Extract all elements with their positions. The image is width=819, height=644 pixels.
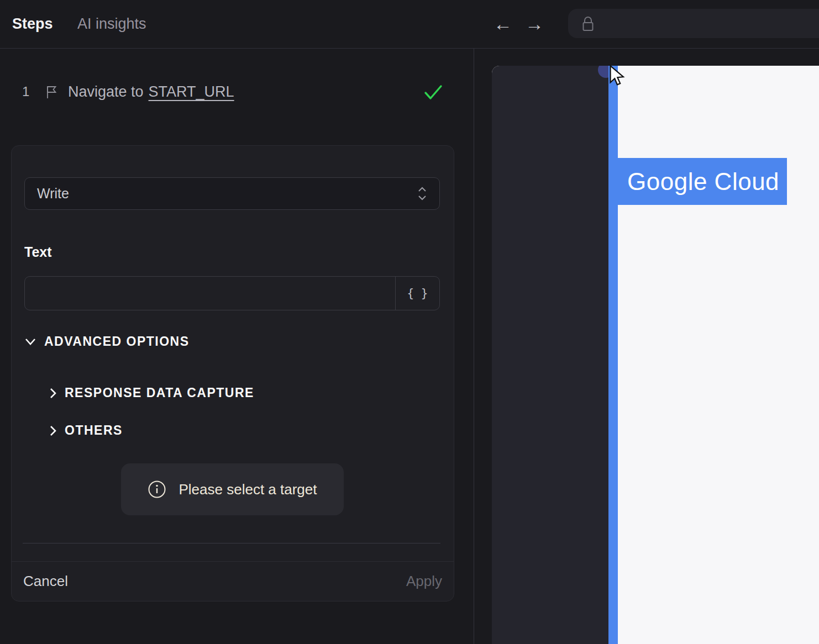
card-divider [23,543,440,543]
text-field-label: Text [24,244,52,260]
flag-icon [44,85,59,100]
browser-preview-viewport[interactable]: Google Cloud [492,66,819,644]
step-action: Navigate to [68,83,144,101]
forward-arrow-icon: → [525,13,544,35]
select-target-hint: Please select a target [121,463,344,515]
step-item[interactable]: 1 Navigate to START_URL [0,77,474,106]
tab-ai-insights-label: AI insights [77,15,146,33]
cancel-button[interactable]: Cancel [23,573,68,590]
top-header: Steps AI insights ← → [0,0,819,49]
section-others-label: OTHERS [65,423,123,438]
back-arrow-icon: ← [494,13,512,35]
step-number: 1 [22,77,29,106]
panel-divider [474,49,474,644]
advanced-options-label: ADVANCED OPTIONS [44,334,190,349]
insert-variable-button[interactable]: { } [395,277,439,310]
chevron-right-icon [49,425,57,437]
lock-icon [581,15,595,32]
info-icon [148,480,166,499]
text-input[interactable] [25,277,395,310]
step-description: Navigate to START_URL [68,77,234,106]
select-updown-icon [417,186,427,201]
braces-icon: { } [407,287,428,300]
tab-steps-label: Steps [12,15,53,33]
apply-button[interactable]: Apply [406,573,442,590]
step-target-link[interactable]: START_URL [149,83,234,101]
tab-ai-insights[interactable]: AI insights [77,0,146,48]
advanced-options-toggle[interactable]: ADVANCED OPTIONS [24,334,190,349]
section-others[interactable]: OTHERS [49,423,123,438]
preview-page-sidebar [492,66,608,644]
action-type-value: Write [37,186,417,202]
highlighted-brand-element[interactable]: Google Cloud [618,158,787,205]
brand-text: Google Cloud [627,168,779,196]
chevron-down-icon [24,337,36,346]
editor-footer: Cancel Apply [12,561,454,601]
browser-forward-button[interactable]: → [525,0,544,48]
success-check-icon [423,83,443,101]
action-type-select[interactable]: Write [24,177,440,210]
section-response-label: RESPONSE DATA CAPTURE [65,386,254,400]
browser-back-button[interactable]: ← [494,0,512,48]
highlight-stripe [608,66,618,644]
mouse-cursor-icon [608,65,628,88]
tab-steps[interactable]: Steps [12,0,53,48]
section-response-data-capture[interactable]: RESPONSE DATA CAPTURE [49,386,254,400]
hint-text: Please select a target [179,481,317,498]
address-bar[interactable] [568,9,819,38]
step-editor-card: Write Text { } ADVANCED OPTIONS RESPONSE… [11,145,454,601]
text-input-group: { } [24,276,440,310]
chevron-right-icon [49,387,57,399]
